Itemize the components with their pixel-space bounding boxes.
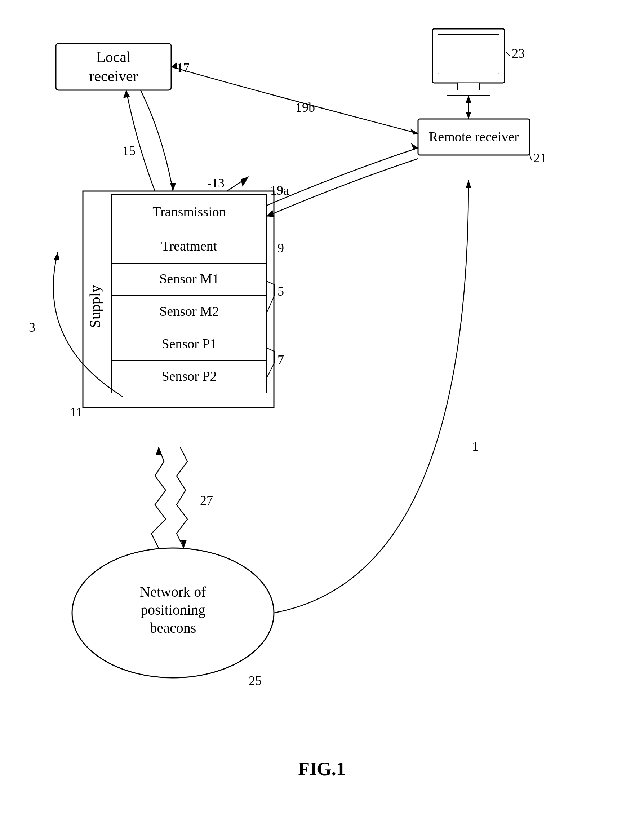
arrow-down-computer [466, 112, 471, 119]
supply-label: Supply [87, 285, 103, 328]
ref-23: 23 [512, 46, 525, 61]
beacon-label2: positioning [141, 602, 205, 618]
ref-3: 3 [29, 320, 35, 334]
local-receiver-label: Local [96, 49, 131, 65]
ref-1: 1 [472, 439, 479, 454]
figure-label: FIG.1 [298, 759, 345, 779]
ref-19b: 19b [295, 100, 315, 115]
ref-21: 21 [533, 151, 546, 165]
ref-27: 27 [200, 493, 213, 508]
ref-13: -13 [207, 176, 225, 190]
ref-25: 25 [249, 673, 262, 688]
ref-19a: 19a [270, 183, 289, 198]
arrow-3 [54, 252, 60, 260]
ref-17: 17 [177, 61, 190, 75]
svg-line-0 [506, 52, 510, 56]
arrow-19a [411, 143, 418, 150]
sensor-p2-label: Sensor P2 [161, 368, 217, 383]
remote-receiver-label: Remote receiver [429, 129, 519, 144]
monitor-stand [458, 83, 479, 90]
arrow-up-computer [466, 95, 471, 103]
sensor-m1-label: Sensor M1 [159, 271, 219, 286]
arrow-down-15 [170, 183, 176, 191]
arrow-19b-from [171, 62, 177, 69]
arrow-1-up [466, 180, 471, 188]
treatment-label: Treatment [161, 238, 217, 253]
ref-5: 5 [277, 284, 284, 299]
beacon-label3: beacons [150, 620, 196, 636]
transmission-label: Transmission [153, 204, 226, 219]
local-receiver-label2: receiver [89, 68, 138, 84]
beacon-label1: Network of [140, 584, 206, 600]
arrow-up-15 [123, 90, 130, 98]
ref-9: 9 [277, 241, 284, 255]
diagram: Local receiver 17 23 Remote receiver 21 … [0, 0, 644, 813]
monitor-screen [438, 34, 499, 74]
ref-11: 11 [70, 405, 83, 419]
monitor-base [447, 90, 490, 95]
ref-7: 7 [277, 353, 284, 367]
sensor-p1-label: Sensor P1 [161, 336, 217, 351]
svg-line-1 [530, 155, 532, 160]
arrow-27-up [156, 447, 161, 455]
ref-15: 15 [122, 144, 136, 158]
sensor-m2-label: Sensor M2 [159, 304, 219, 319]
arrow-13 [241, 176, 249, 187]
